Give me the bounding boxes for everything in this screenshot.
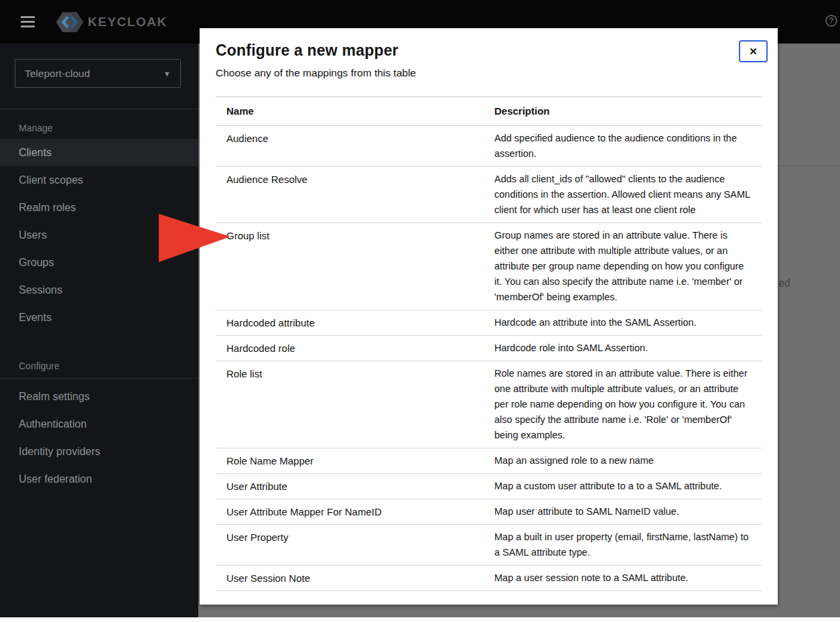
mapper-name: Hardcoded attribute xyxy=(216,310,484,335)
mapper-description: Map a built in user property (email, fir… xyxy=(484,525,762,565)
sidebar-item-sessions[interactable]: Sessions xyxy=(0,276,198,304)
hamburger-icon xyxy=(21,16,35,27)
sidebar-item-identity-providers[interactable]: Identity providers xyxy=(0,438,198,465)
mapper-name: User Property xyxy=(216,525,484,565)
mapper-description: Map a custom user attribute to a to a SA… xyxy=(484,474,762,499)
table-header-row: Name Description xyxy=(216,97,762,126)
keycloak-icon xyxy=(56,10,84,34)
brand-text: KEYCLOAK xyxy=(88,15,167,29)
table-row-hardcoded-role[interactable]: Hardcoded role Hardcode role into SAML A… xyxy=(216,336,762,361)
sidebar-item-user-federation[interactable]: User federation xyxy=(0,465,198,493)
modal-subtitle: Choose any of the mappings from this tab… xyxy=(216,67,762,79)
configure-mapper-modal: Configure a new mapper ✕ Choose any of t… xyxy=(200,28,778,605)
mapper-name: Role Name Mapper xyxy=(216,448,484,473)
mapper-description: Map user attribute to SAML NameID value. xyxy=(484,499,762,524)
chevron-down-icon: ▼ xyxy=(163,70,171,78)
mapper-name: Audience xyxy=(216,126,484,166)
mapper-name: User Session Note xyxy=(216,566,484,590)
table-row-user-session-note[interactable]: User Session Note Map a user session not… xyxy=(216,566,762,591)
nav-group-configure: Configure xyxy=(19,361,198,371)
sidebar-item-realm-settings[interactable]: Realm settings xyxy=(0,383,198,410)
column-header-description: Description xyxy=(484,97,762,125)
keycloak-logo: KEYCLOAK xyxy=(56,10,167,34)
sidebar-item-realm-roles[interactable]: Realm roles xyxy=(0,194,198,221)
mapper-name: Audience Resolve xyxy=(216,167,484,223)
table-row-user-attribute[interactable]: User Attribute Map a custom user attribu… xyxy=(216,474,762,499)
nav-divider xyxy=(0,109,198,109)
sidebar-item-client-scopes[interactable]: Client scopes xyxy=(0,166,198,194)
nav-group-manage: Manage xyxy=(19,123,198,133)
bottom-edge xyxy=(0,617,840,622)
realm-selector-value: Teleport-cloud xyxy=(25,68,90,80)
close-icon: ✕ xyxy=(749,46,758,58)
table-row-audience[interactable]: Audience Add specified audience to the a… xyxy=(216,126,762,167)
mapper-description: Map a user session note to a SAML attrib… xyxy=(484,566,762,590)
help-button[interactable]: ? xyxy=(825,15,837,27)
nav-spacer xyxy=(0,331,198,347)
table-row-role-name-mapper[interactable]: Role Name Mapper Map an assigned role to… xyxy=(216,448,762,474)
sidebar-item-groups[interactable]: Groups xyxy=(0,249,198,276)
mapper-description: Adds all client_ids of "allowed" clients… xyxy=(484,167,762,223)
sidebar-item-events[interactable]: Events xyxy=(0,304,198,331)
mapper-table: Name Description Audience Add specified … xyxy=(216,97,762,591)
table-row-audience-resolve[interactable]: Audience Resolve Adds all client_ids of … xyxy=(216,167,762,223)
mapper-description: Add specified audience to the audience c… xyxy=(484,126,762,166)
mapper-description: Hardcode an attribute into the SAML Asse… xyxy=(484,310,762,335)
column-header-name: Name xyxy=(216,97,484,125)
mapper-name: User Attribute Mapper For NameID xyxy=(216,499,484,524)
background-partial-text: ed xyxy=(778,277,790,290)
table-row-group-list[interactable]: Group list Group names are stored in an … xyxy=(216,223,762,310)
table-row-hardcoded-attribute[interactable]: Hardcoded attribute Hardcode an attribut… xyxy=(216,310,762,336)
close-button[interactable]: ✕ xyxy=(739,40,768,62)
table-row-role-list[interactable]: Role list Role names are stored in an at… xyxy=(216,361,762,448)
mapper-name: Role list xyxy=(216,361,484,448)
mapper-name: Hardcoded role xyxy=(216,336,484,361)
table-row-user-attribute-mapper-for-nameid[interactable]: User Attribute Mapper For NameID Map use… xyxy=(216,499,762,525)
mapper-description: Role names are stored in an attribute va… xyxy=(484,361,762,448)
modal-title: Configure a new mapper xyxy=(216,42,762,60)
mapper-name: User Attribute xyxy=(216,474,484,499)
sidebar-item-clients[interactable]: Clients xyxy=(0,139,198,166)
mapper-description: Group names are stored in an attribute v… xyxy=(484,223,762,310)
sidebar: Teleport-cloud ▼ Manage Clients Client s… xyxy=(0,44,198,617)
mapper-name: Group list xyxy=(216,223,484,310)
mapper-description: Hardcode role into SAML Assertion. xyxy=(484,336,762,361)
sidebar-item-authentication[interactable]: Authentication xyxy=(0,410,198,438)
mapper-description: Map an assigned role to a new name xyxy=(484,448,762,473)
table-row-user-property[interactable]: User Property Map a built in user proper… xyxy=(216,525,762,566)
sidebar-item-users[interactable]: Users xyxy=(0,221,198,249)
realm-selector[interactable]: Teleport-cloud ▼ xyxy=(15,59,181,88)
help-icon: ? xyxy=(825,15,837,27)
sidebar-nav: Manage Clients Client scopes Realm roles… xyxy=(0,88,198,493)
nav-divider xyxy=(0,378,198,379)
nav-toggle-button[interactable] xyxy=(18,13,38,30)
